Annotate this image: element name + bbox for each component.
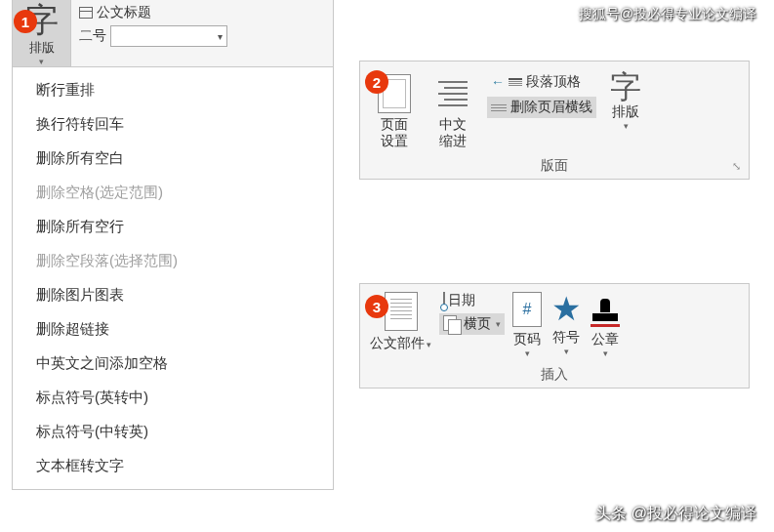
badge-2: 2 — [365, 70, 388, 94]
menu-item[interactable]: 换行符转回车 — [13, 107, 333, 142]
date-button[interactable]: 日期 — [439, 290, 505, 311]
cn-indent-label: 中文 缩进 — [439, 116, 467, 149]
document-title-icon — [79, 7, 93, 19]
dialog-launcher-icon[interactable]: ⤡ — [732, 160, 741, 173]
paragraph-lines-icon — [509, 78, 522, 86]
landscape-button[interactable]: 横页▾ — [439, 313, 505, 335]
badge-3: 3 — [365, 295, 388, 318]
page-number-label: 页码 — [513, 331, 541, 348]
typeset-button-2[interactable]: 字 排版 ▾ — [606, 71, 645, 131]
pages-icon — [443, 315, 461, 333]
page-number-button[interactable]: # 页码 ▾ — [510, 290, 544, 360]
panel-typesetting-dropdown: 字 排版 ▾ 公文标题 二号 断行重排换行符转回车删除所有空白删除空格(选定范围… — [12, 0, 334, 490]
chevron-down-icon: ▾ — [624, 121, 629, 131]
date-label: 日期 — [448, 292, 475, 309]
cn-indent-button[interactable]: 中文 缩进 — [428, 71, 477, 151]
menu-item[interactable]: 删除超链接 — [13, 312, 333, 347]
group-label-insert: 插入 — [360, 360, 749, 388]
title-label: 公文标题 — [97, 4, 151, 21]
menu-item[interactable]: 标点符号(中转英) — [13, 415, 333, 449]
badge-1: 1 — [14, 10, 37, 33]
typeset-label-2: 排版 — [612, 103, 639, 121]
watermark-top: 搜狐号@投必得专业论文编译 — [579, 6, 756, 23]
typeset-char-icon-2: 字 — [610, 71, 641, 102]
chevron-down-icon: ▾ — [39, 57, 44, 66]
lines-icon — [491, 104, 507, 111]
star-icon: ★ — [551, 292, 581, 325]
menu-item[interactable]: 删除图片图表 — [13, 278, 333, 312]
delete-header-line-button[interactable]: 删除页眉横线 — [487, 97, 596, 118]
menu-item[interactable]: 删除所有空白 — [13, 142, 333, 176]
document-icon — [385, 292, 418, 331]
symbol-label: 符号 — [552, 329, 580, 347]
menu-item: 删除空格(选定范围) — [13, 176, 333, 210]
typeset-menu-list: 断行重排换行符转回车删除所有空白删除空格(选定范围)删除所有空行删除空段落(选择… — [13, 67, 333, 489]
font-size-label: 二号 — [79, 27, 106, 45]
menu-item[interactable]: 删除所有空行 — [13, 210, 333, 244]
stamp-button[interactable]: 公章 ▾ — [589, 290, 622, 360]
indent-icon — [438, 81, 468, 106]
chevron-down-icon: ▾ — [525, 348, 530, 358]
paragraph-top-button[interactable]: ← 段落顶格 — [487, 71, 596, 93]
doc-parts-label: 公文部件 — [370, 335, 425, 350]
page-setup-label: 页面 设置 — [381, 116, 408, 149]
menu-item: 删除空段落(选择范围) — [13, 244, 333, 278]
chevron-down-icon: ▾ — [564, 347, 569, 356]
group-label-layout: 版面 ⤡ — [360, 151, 749, 179]
panel-layout-group: 页面 设置 中文 缩进 ← 段落顶格 删除页眉横线 字 排版 ▾ 版面 ⤡ — [359, 61, 750, 180]
delete-header-line-label: 删除页眉横线 — [510, 99, 592, 116]
menu-item[interactable]: 断行重排 — [13, 73, 333, 107]
watermark-bottom: 头条 @投必得论文编译 — [595, 504, 756, 524]
chevron-down-icon: ▾ — [496, 319, 501, 329]
menu-item[interactable]: 中英文之间添加空格 — [13, 347, 333, 381]
stamp-label: 公章 — [591, 331, 619, 348]
page-number-icon: # — [512, 292, 542, 327]
landscape-label: 横页 — [464, 315, 491, 333]
font-size-select[interactable] — [110, 25, 227, 47]
symbol-button[interactable]: ★ 符号 ▾ — [550, 290, 583, 358]
title-config-area: 公文标题 二号 — [71, 0, 333, 66]
clock-badge-icon — [440, 304, 448, 311]
arrow-left-icon: ← — [491, 74, 505, 90]
paragraph-top-label: 段落顶格 — [526, 73, 581, 91]
chevron-down-icon: ▾ — [427, 340, 431, 349]
panel-insert-group: 公文部件▾ 日期 横页▾ # 页码 ▾ ★ 符号 ▾ 公章 ▾ 插 — [359, 283, 750, 389]
stamp-icon — [591, 292, 620, 327]
chevron-down-icon: ▾ — [603, 348, 608, 358]
menu-item[interactable]: 文本框转文字 — [13, 449, 333, 483]
typeset-label: 排版 — [29, 39, 55, 57]
menu-item[interactable]: 标点符号(英转中) — [13, 381, 333, 415]
